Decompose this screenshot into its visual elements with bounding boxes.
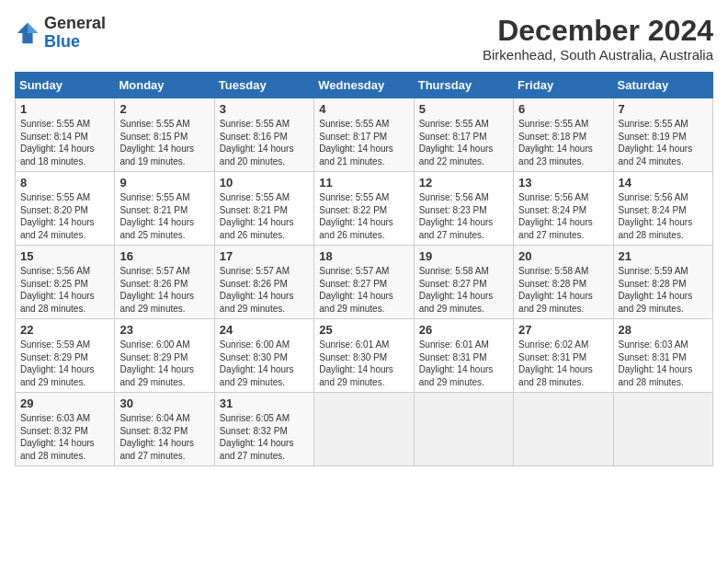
table-row [314,393,414,466]
logo-blue: Blue [44,32,80,51]
day-number: 6 [518,102,608,116]
day-number: 16 [119,249,209,263]
table-row: 9Sunrise: 5:55 AMSunset: 8:21 PMDaylight… [115,172,214,246]
day-number: 18 [319,249,408,263]
table-row: 5Sunrise: 5:55 AMSunset: 8:17 PMDaylight… [414,98,513,172]
table-row: 30Sunrise: 6:04 AMSunset: 8:32 PMDayligh… [115,393,214,466]
day-info: Sunrise: 6:00 AMSunset: 8:30 PMDaylight:… [220,339,309,388]
day-info: Sunrise: 5:55 AMSunset: 8:21 PMDaylight:… [220,191,309,241]
day-info: Sunrise: 5:55 AMSunset: 8:14 PMDaylight:… [20,118,109,167]
calendar-header-row: Sunday Monday Tuesday Wednesday Thursday… [16,73,713,98]
table-row: 19Sunrise: 5:58 AMSunset: 8:27 PMDayligh… [414,246,513,319]
table-row: 1Sunrise: 5:55 AMSunset: 8:14 PMDaylight… [16,98,115,172]
day-number: 20 [518,249,608,263]
day-info: Sunrise: 5:56 AMSunset: 8:23 PMDaylight:… [419,191,508,241]
day-number: 12 [419,176,508,190]
day-number: 7 [619,102,708,116]
day-info: Sunrise: 5:55 AMSunset: 8:19 PMDaylight:… [619,118,708,167]
day-info: Sunrise: 6:03 AMSunset: 8:31 PMDaylight:… [619,339,708,388]
day-info: Sunrise: 6:04 AMSunset: 8:32 PMDaylight:… [119,412,209,462]
day-info: Sunrise: 5:57 AMSunset: 8:26 PMDaylight:… [220,265,309,315]
svg-marker-1 [28,23,38,33]
day-number: 24 [220,323,309,337]
table-row: 22Sunrise: 5:59 AMSunset: 8:29 PMDayligh… [16,319,115,393]
day-info: Sunrise: 5:58 AMSunset: 8:27 PMDaylight:… [419,265,508,315]
logo-icon [15,20,40,46]
table-row [414,393,513,466]
day-number: 29 [20,396,109,410]
table-row: 10Sunrise: 5:55 AMSunset: 8:21 PMDayligh… [214,172,313,246]
day-info: Sunrise: 5:57 AMSunset: 8:27 PMDaylight:… [319,265,408,315]
table-row: 25Sunrise: 6:01 AMSunset: 8:30 PMDayligh… [314,319,414,393]
day-info: Sunrise: 5:55 AMSunset: 8:22 PMDaylight:… [319,191,408,241]
table-row [613,393,712,466]
table-row: 31Sunrise: 6:05 AMSunset: 8:32 PMDayligh… [214,393,313,466]
day-info: Sunrise: 5:56 AMSunset: 8:24 PMDaylight:… [619,191,708,241]
day-number: 11 [319,176,408,190]
day-info: Sunrise: 6:02 AMSunset: 8:31 PMDaylight:… [518,339,608,388]
day-info: Sunrise: 5:55 AMSunset: 8:17 PMDaylight:… [419,118,508,167]
table-row: 7Sunrise: 5:55 AMSunset: 8:19 PMDaylight… [613,98,712,172]
day-info: Sunrise: 5:55 AMSunset: 8:15 PMDaylight:… [119,118,209,167]
table-row: 2Sunrise: 5:55 AMSunset: 8:15 PMDaylight… [115,98,214,172]
table-row: 14Sunrise: 5:56 AMSunset: 8:24 PMDayligh… [613,172,712,246]
day-info: Sunrise: 6:01 AMSunset: 8:30 PMDaylight:… [319,339,408,388]
logo: General Blue [15,15,106,52]
title-block: December 2024 Birkenhead, South Australi… [483,15,713,63]
calendar-title: December 2024 [483,15,713,47]
table-row: 16Sunrise: 5:57 AMSunset: 8:26 PMDayligh… [115,246,214,319]
day-number: 25 [319,323,408,337]
day-number: 19 [419,249,508,263]
day-info: Sunrise: 5:59 AMSunset: 8:29 PMDaylight:… [20,339,109,388]
day-number: 27 [518,323,608,337]
day-number: 28 [619,323,708,337]
table-row: 13Sunrise: 5:56 AMSunset: 8:24 PMDayligh… [514,172,613,246]
day-info: Sunrise: 5:56 AMSunset: 8:24 PMDaylight:… [518,191,608,241]
table-row: 12Sunrise: 5:56 AMSunset: 8:23 PMDayligh… [414,172,513,246]
table-row [514,393,613,466]
day-info: Sunrise: 5:55 AMSunset: 8:21 PMDaylight:… [119,191,209,241]
day-number: 3 [220,102,309,116]
table-row: 21Sunrise: 5:59 AMSunset: 8:28 PMDayligh… [613,246,712,319]
day-number: 1 [20,102,109,116]
table-row: 6Sunrise: 5:55 AMSunset: 8:18 PMDaylight… [514,98,613,172]
day-info: Sunrise: 5:57 AMSunset: 8:26 PMDaylight:… [119,265,209,315]
day-number: 4 [319,102,408,116]
day-info: Sunrise: 5:58 AMSunset: 8:28 PMDaylight:… [518,265,608,315]
day-number: 26 [419,323,508,337]
header-friday: Friday [514,73,613,98]
header-monday: Monday [115,73,214,98]
day-number: 2 [119,102,209,116]
table-row: 20Sunrise: 5:58 AMSunset: 8:28 PMDayligh… [514,246,613,319]
day-info: Sunrise: 5:59 AMSunset: 8:28 PMDaylight:… [619,265,708,315]
table-row: 26Sunrise: 6:01 AMSunset: 8:31 PMDayligh… [414,319,513,393]
day-info: Sunrise: 6:00 AMSunset: 8:29 PMDaylight:… [119,339,209,388]
table-row: 3Sunrise: 5:55 AMSunset: 8:16 PMDaylight… [214,98,313,172]
day-info: Sunrise: 5:55 AMSunset: 8:20 PMDaylight:… [20,191,109,241]
calendar-week-row: 8Sunrise: 5:55 AMSunset: 8:20 PMDaylight… [16,172,713,246]
table-row: 29Sunrise: 6:03 AMSunset: 8:32 PMDayligh… [16,393,115,466]
table-row: 4Sunrise: 5:55 AMSunset: 8:17 PMDaylight… [314,98,414,172]
logo-general: General [44,14,106,32]
table-row: 11Sunrise: 5:55 AMSunset: 8:22 PMDayligh… [314,172,414,246]
table-row: 15Sunrise: 5:56 AMSunset: 8:25 PMDayligh… [16,246,115,319]
calendar-table: Sunday Monday Tuesday Wednesday Thursday… [15,72,713,466]
day-number: 30 [119,396,209,410]
day-info: Sunrise: 5:56 AMSunset: 8:25 PMDaylight:… [20,265,109,315]
header-saturday: Saturday [613,73,712,98]
day-info: Sunrise: 6:03 AMSunset: 8:32 PMDaylight:… [20,412,109,462]
calendar-week-row: 29Sunrise: 6:03 AMSunset: 8:32 PMDayligh… [16,393,713,466]
day-number: 5 [419,102,508,116]
day-number: 8 [20,176,109,190]
page-header: General Blue December 2024 Birkenhead, S… [15,15,713,63]
day-number: 21 [619,249,708,263]
table-row: 17Sunrise: 5:57 AMSunset: 8:26 PMDayligh… [214,246,313,319]
day-info: Sunrise: 6:01 AMSunset: 8:31 PMDaylight:… [419,339,508,388]
day-info: Sunrise: 6:05 AMSunset: 8:32 PMDaylight:… [220,412,309,462]
table-row: 18Sunrise: 5:57 AMSunset: 8:27 PMDayligh… [314,246,414,319]
day-number: 17 [220,249,309,263]
calendar-week-row: 1Sunrise: 5:55 AMSunset: 8:14 PMDaylight… [16,98,713,172]
logo-text: General Blue [44,15,106,52]
calendar-week-row: 22Sunrise: 5:59 AMSunset: 8:29 PMDayligh… [16,319,713,393]
table-row: 28Sunrise: 6:03 AMSunset: 8:31 PMDayligh… [613,319,712,393]
